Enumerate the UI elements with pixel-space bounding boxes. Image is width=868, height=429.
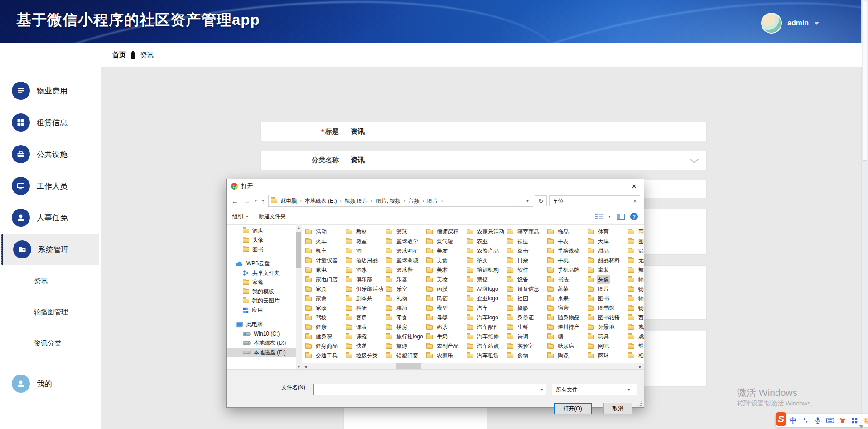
file-item[interactable]: 软件: [507, 265, 547, 275]
file-item[interactable]: 篮球明星: [386, 246, 426, 256]
file-item[interactable]: 图书: [588, 294, 628, 303]
file-item[interactable]: 教室: [346, 237, 386, 246]
file-item[interactable]: 机车: [305, 246, 346, 256]
filename-input[interactable]: [314, 384, 538, 395]
file-item[interactable]: 网球: [588, 351, 628, 361]
sidebar-item-staff[interactable]: 工作人员: [0, 170, 101, 202]
file-item[interactable]: 生鲜: [507, 322, 547, 332]
file-item[interactable]: 农家乐活动: [467, 227, 507, 237]
file-item[interactable]: 剧本杀: [346, 294, 386, 303]
file-item[interactable]: 零食: [386, 313, 426, 322]
tree-item[interactable]: 本地磁盘 (D:): [227, 339, 296, 348]
file-item[interactable]: 设备: [507, 275, 547, 284]
file-item[interactable]: 饰品: [547, 227, 588, 237]
up-icon[interactable]: ↑: [260, 197, 266, 205]
sidebar-subitem-carousel-management[interactable]: 轮播图管理: [0, 297, 101, 328]
file-item[interactable]: 汽车: [467, 303, 507, 313]
close-icon[interactable]: ×: [629, 182, 639, 190]
file-item[interactable]: 科研: [346, 303, 386, 313]
file-item[interactable]: 垃圾分类: [346, 351, 386, 361]
file-item[interactable]: 健身商品: [305, 341, 346, 351]
punctuation-icon[interactable]: °,: [800, 415, 811, 426]
open-button[interactable]: 打开(O): [554, 403, 592, 414]
file-item[interactable]: 乐器: [386, 275, 426, 284]
file-item[interactable]: 火车: [305, 237, 346, 246]
file-item[interactable]: 汽车站点: [467, 341, 507, 351]
file-item[interactable]: 外景地: [588, 322, 628, 332]
path-separator-icon[interactable]: ›: [371, 199, 372, 204]
tree-item[interactable]: 我的云图片: [227, 297, 296, 306]
file-item[interactable]: 品牌logo: [467, 284, 507, 294]
file-item[interactable]: 篮球商城: [386, 256, 426, 265]
file-item[interactable]: 物: [628, 275, 644, 284]
file-item[interactable]: 糖尿病: [547, 341, 588, 351]
file-item[interactable]: 手机品牌: [547, 265, 588, 275]
page-scrollbar[interactable]: [861, 0, 868, 429]
file-item[interactable]: 课表: [346, 322, 386, 332]
tree-item[interactable]: 本地磁盘 (E:): [227, 348, 296, 357]
file-item[interactable]: 糖: [547, 332, 588, 341]
tree-item[interactable]: WPS云盘: [227, 259, 296, 269]
refresh-icon[interactable]: ↻: [535, 195, 547, 206]
file-item[interactable]: 体育: [588, 227, 628, 237]
file-item[interactable]: 美食: [426, 256, 467, 265]
filetype-select[interactable]: 所有文件 ▼: [552, 384, 637, 395]
file-item[interactable]: 日杂: [507, 256, 547, 265]
file-item[interactable]: 培训机构: [467, 265, 507, 275]
file-item[interactable]: 旅游: [386, 341, 426, 351]
scroll-up-icon[interactable]: ▲: [296, 224, 302, 230]
sidebar-item-mine[interactable]: 我的: [0, 368, 101, 400]
file-item[interactable]: 身份证: [507, 313, 547, 322]
file-item[interactable]: 围: [628, 227, 644, 237]
organize-button[interactable]: 组织▼: [232, 213, 249, 220]
file-item[interactable]: 面膜: [426, 284, 467, 294]
file-item[interactable]: 宿舍: [547, 303, 588, 313]
help-icon[interactable]: ?: [630, 213, 638, 220]
file-item[interactable]: 粮油: [386, 303, 426, 313]
file-item[interactable]: 健身课: [305, 332, 346, 341]
file-item[interactable]: 家电门店: [305, 275, 346, 284]
file-item[interactable]: 无: [628, 256, 644, 265]
sidebar-item-system-management[interactable]: 系统管理: [1, 234, 99, 265]
file-item[interactable]: 票据: [467, 275, 507, 284]
dialog-titlebar[interactable]: 打开 ×: [227, 179, 644, 193]
file-item[interactable]: 快递: [346, 341, 386, 351]
file-item[interactable]: 图片: [588, 284, 628, 294]
zh-cn-icon[interactable]: 中: [788, 415, 799, 426]
file-item[interactable]: 手机: [547, 256, 588, 265]
tree-item[interactable]: 酒店: [227, 226, 296, 236]
file-item[interactable]: 模型: [426, 303, 467, 313]
file-item[interactable]: 玩具: [588, 332, 628, 341]
file-item[interactable]: 陶瓷: [547, 351, 588, 361]
file-item[interactable]: 铝塑门窗: [386, 351, 426, 361]
file-item[interactable]: 手绘线稿: [547, 246, 588, 256]
ime-chevron-icon[interactable]: [859, 425, 863, 428]
file-item[interactable]: 家具: [305, 284, 346, 294]
sidebar-item-rental-info[interactable]: 租赁信息: [0, 107, 101, 138]
file-item[interactable]: 水果: [547, 294, 588, 303]
file-item[interactable]: 俱乐部: [346, 275, 386, 284]
resize-grip[interactable]: [638, 402, 642, 406]
file-item[interactable]: 楼房: [386, 322, 426, 332]
file-item[interactable]: 计量仪器: [305, 256, 346, 265]
file-item[interactable]: 汽车维修: [467, 332, 507, 341]
file-item[interactable]: 乐室: [386, 284, 426, 294]
file-item[interactable]: 社团: [507, 294, 547, 303]
file-item[interactable]: 酒: [346, 246, 386, 256]
path-segment[interactable]: 此电脑: [280, 197, 297, 205]
sidebar-item-property-fees[interactable]: 物业费用: [0, 75, 101, 107]
file-item[interactable]: 物: [628, 294, 644, 303]
file-item[interactable]: 美发: [426, 246, 467, 256]
chevron-down-icon[interactable]: ▼: [538, 388, 546, 392]
file-item[interactable]: 物: [628, 284, 644, 294]
avatar[interactable]: [761, 13, 782, 34]
file-item[interactable]: 农副产品: [426, 341, 467, 351]
file-item[interactable]: 图书馆: [588, 303, 628, 313]
file-item[interactable]: 拍卖: [467, 256, 507, 265]
page-scrollbar-thumb[interactable]: [863, 1, 867, 161]
file-item[interactable]: 童装: [588, 265, 628, 275]
emoji-icon[interactable]: [861, 415, 868, 426]
tree-scrollbar-thumb[interactable]: [296, 232, 301, 268]
file-item[interactable]: 设备信息: [507, 284, 547, 294]
file-item[interactable]: 手表: [547, 237, 588, 246]
